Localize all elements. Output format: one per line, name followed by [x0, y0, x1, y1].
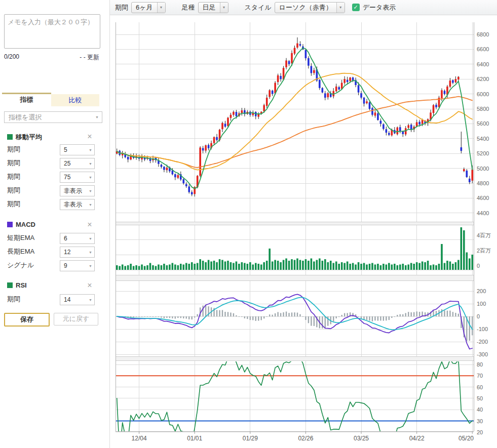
chevron-down-icon: ▼ [89, 176, 92, 179]
tab-compare[interactable]: 比較 [51, 94, 99, 106]
bar-type-value: 日足 [199, 3, 220, 12]
macd-slow-ema-select[interactable]: 12 ▼ [60, 247, 95, 258]
axis-labels: 4400460048005000520054005600580060006200… [477, 31, 491, 435]
volume-pane [116, 227, 473, 270]
rsi-row-label: 期間 [7, 294, 20, 305]
ma-period-2-select[interactable]: 25 ▼ [60, 158, 95, 169]
ma-row-label: 期間 [7, 171, 20, 182]
macd-row-label: 長期EMA [7, 246, 34, 257]
style-label: スタイル [245, 3, 272, 12]
macd-row-label: 短期EMA [7, 232, 34, 243]
rsi-pane [116, 355, 474, 448]
period-label: 期間 [115, 3, 128, 12]
macd-close-icon[interactable]: × [85, 221, 94, 229]
ma-row-label: 期間 [7, 185, 20, 196]
macd-fast-ema-value: 6 [64, 235, 67, 242]
ma-period-5-select[interactable]: 非表示 ▼ [60, 199, 95, 210]
rsi-close-icon[interactable]: × [85, 281, 94, 290]
ma-period-1-select[interactable]: 5 ▼ [60, 144, 95, 155]
ma-row-label: 期間 [7, 198, 20, 210]
svg-text:05/20: 05/20 [458, 435, 474, 442]
svg-text:60: 60 [477, 384, 483, 390]
ma-period-4-value: 非表示 [64, 187, 82, 195]
chevron-down-icon: ▼ [336, 3, 345, 13]
indicator-select-placeholder: 指標を選択 [9, 113, 42, 122]
macd-row-label: シグナル [7, 260, 34, 271]
save-button[interactable]: 保存 [4, 313, 50, 327]
indicator-select[interactable]: 指標を選択 ▼ [4, 111, 102, 123]
chevron-down-icon: ▼ [220, 3, 228, 13]
chevron-down-icon: ▼ [89, 237, 92, 240]
svg-text:5600: 5600 [477, 120, 489, 127]
chevron-down-icon: ▼ [95, 115, 99, 119]
svg-text:-300: -300 [477, 351, 488, 357]
ma-row-label: 期間 [7, 144, 20, 155]
svg-text:4800: 4800 [477, 180, 489, 186]
bar-type-dropdown[interactable]: 日足 ▼ [198, 2, 228, 13]
period-dropdown[interactable]: 6ヶ月 ▼ [131, 2, 166, 13]
style-dropdown[interactable]: ローソク（赤青） ▼ [275, 2, 345, 13]
rsi-card-header: RSI [7, 281, 27, 289]
chevron-down-icon: ▼ [89, 264, 92, 268]
ma-card-header: 移動平均 [7, 133, 42, 142]
rsi-period-select[interactable]: 14 ▼ [60, 294, 95, 305]
reset-button[interactable]: 元に戻す [54, 313, 98, 325]
svg-text:20: 20 [477, 429, 483, 435]
price-pane [116, 37, 473, 196]
pane-separators [116, 22, 474, 431]
chevron-down-icon: ▼ [157, 3, 165, 13]
svg-text:4400: 4400 [477, 210, 489, 216]
svg-text:70: 70 [477, 373, 483, 379]
macd-signal-select[interactable]: 9 ▼ [60, 260, 95, 271]
svg-text:5000: 5000 [477, 166, 489, 172]
ma-period-2-value: 25 [64, 160, 70, 167]
ma-row-label: 期間 [7, 157, 20, 169]
chevron-down-icon: ▼ [89, 189, 92, 193]
ma-period-1-value: 5 [64, 146, 67, 153]
svg-text:50: 50 [477, 395, 483, 401]
svg-text:02/26: 02/26 [298, 435, 313, 442]
svg-text:6800: 6800 [477, 31, 489, 37]
svg-text:03/25: 03/25 [354, 435, 369, 442]
svg-text:01/29: 01/29 [243, 435, 258, 442]
tab-indicators[interactable]: 指標 [2, 93, 51, 106]
svg-text:04/22: 04/22 [409, 435, 425, 442]
svg-text:-100: -100 [477, 326, 488, 332]
svg-text:6600: 6600 [477, 46, 489, 52]
svg-text:5400: 5400 [477, 136, 489, 142]
ma-period-4-select[interactable]: 非表示 ▼ [60, 185, 95, 196]
rsi-period-value: 14 [64, 296, 70, 303]
memo-input[interactable] [4, 14, 100, 49]
chevron-down-icon: ▼ [89, 251, 92, 254]
data-display-checkbox[interactable]: ✓ [352, 4, 360, 11]
svg-text:0: 0 [477, 263, 480, 269]
svg-text:6400: 6400 [477, 61, 489, 67]
stock-chart-canvas[interactable]: 4400460048005000520054005600580060006200… [110, 15, 497, 448]
macd-signal-value: 9 [64, 262, 67, 269]
svg-text:40: 40 [477, 406, 483, 413]
chevron-down-icon: ▼ [89, 298, 92, 302]
chevron-down-icon: ▼ [89, 203, 92, 207]
memo-counter: 0/200 [4, 53, 19, 60]
svg-text:200: 200 [477, 288, 486, 294]
ma-color-swatch [7, 134, 13, 140]
svg-text:4百万: 4百万 [477, 232, 491, 238]
svg-text:12/04: 12/04 [132, 435, 147, 442]
data-display-label: データ表示 [363, 3, 396, 12]
svg-text:01/01: 01/01 [187, 435, 202, 442]
macd-pane [117, 294, 473, 349]
svg-text:0: 0 [477, 313, 480, 319]
ma-close-icon[interactable]: × [85, 133, 94, 141]
period-value: 6ヶ月 [132, 3, 157, 12]
macd-slow-ema-value: 12 [64, 249, 70, 256]
stock-chart-app: 0/200 - - 更新 指標 比較 指標を選択 ▼ 移動平均 × 期間 5 ▼… [0, 0, 497, 448]
svg-text:5200: 5200 [477, 150, 489, 156]
ma-period-3-select[interactable]: 75 ▼ [60, 172, 95, 183]
bar-type-label: 足種 [182, 3, 195, 12]
style-value: ローソク（赤青） [275, 3, 336, 12]
chart-grid [116, 22, 474, 432]
ma-period-5-value: 非表示 [64, 200, 82, 209]
date-axis: 12/0401/0101/2902/2603/2504/2205/20 [132, 431, 474, 442]
svg-text:6000: 6000 [477, 91, 489, 97]
macd-fast-ema-select[interactable]: 6 ▼ [60, 233, 95, 244]
